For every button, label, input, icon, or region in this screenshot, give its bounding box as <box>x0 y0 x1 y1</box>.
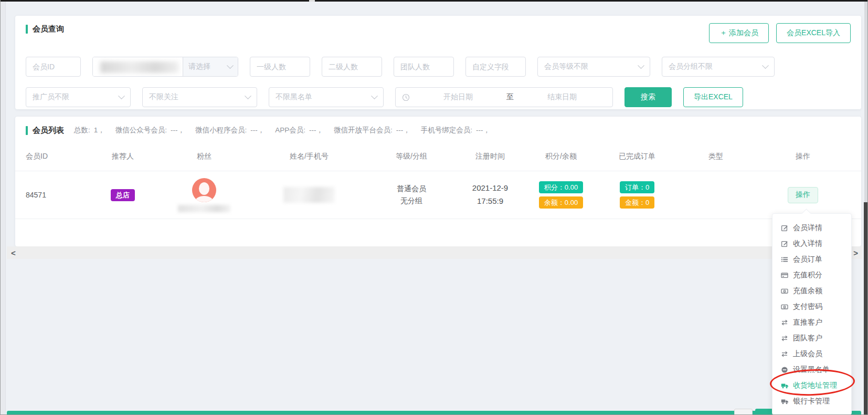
scrollbar-thumb[interactable] <box>864 202 867 415</box>
scroll-right-arrow[interactable]: > <box>853 249 858 257</box>
menu-item-shipping-address-management[interactable]: 收货地址管理 <box>772 378 851 393</box>
truck-icon <box>780 397 789 406</box>
edit-icon <box>780 240 789 248</box>
referrer-badge: 总店 <box>111 189 135 201</box>
keyword-type-select[interactable]: 请选择 <box>183 57 238 76</box>
follow-select[interactable]: 不限关注 <box>142 87 257 107</box>
col-actions: 操作 <box>755 152 851 161</box>
chevron-down-icon <box>371 92 378 99</box>
cell-member-id: 84571 <box>26 191 89 199</box>
balance-badge: 余额：0.00 <box>539 196 583 209</box>
cell-register-time: 17:55:9 <box>477 195 503 208</box>
add-member-button[interactable]: ＋ 添加会员 <box>709 23 769 43</box>
excel-import-button[interactable]: 会员EXCEL导入 <box>776 23 851 43</box>
block-icon <box>780 366 789 374</box>
avatar[interactable] <box>192 178 216 202</box>
chevron-down-icon <box>118 92 125 99</box>
window-top-border <box>1 0 868 2</box>
col-points-balance: 积分/余额 <box>524 152 598 161</box>
keyword-input[interactable] <box>93 57 183 76</box>
chevron-down-icon <box>638 62 644 69</box>
end-date-placeholder: 结束日期 <box>518 92 606 102</box>
amount-badge: 金额：0 <box>620 196 654 209</box>
redacted-name-phone <box>283 187 335 203</box>
menu-item-set-blacklist[interactable]: 设置黑名单 <box>772 362 851 378</box>
member-group-select[interactable]: 会员分组不限 <box>662 57 775 77</box>
menu-item-income-detail[interactable]: 收入详情 <box>772 236 851 252</box>
menu-item-member-orders[interactable]: 会员订单 <box>772 252 851 267</box>
custom-field-input[interactable] <box>465 57 526 77</box>
promoter-select[interactable]: 推广员不限 <box>26 87 131 107</box>
level2-count-input[interactable] <box>322 57 382 77</box>
member-level-select[interactable]: 会员等级不限 <box>537 57 650 77</box>
bottom-teal-bar <box>7 411 861 414</box>
scroll-left-arrow[interactable]: < <box>11 249 16 257</box>
member-id-input[interactable] <box>26 57 81 77</box>
scrollbar-track[interactable] <box>864 0 867 202</box>
cell-register-date: 2021-12-9 <box>472 182 508 195</box>
title-accent-bar <box>26 126 28 135</box>
swap-icon <box>780 318 789 327</box>
table-row: 84571 总店 普通会员 无分组 2021-12-9 17:55:9 积分：0… <box>15 171 861 219</box>
menu-item-direct-customers[interactable]: 直推客户 <box>772 315 851 330</box>
col-name-phone: 姓名/手机号 <box>251 152 367 161</box>
swap-icon <box>780 334 789 343</box>
col-type: 类型 <box>676 152 755 161</box>
member-query-panel: 会员查询 ＋ 添加会员 会员EXCEL导入 请选择 <box>15 16 861 109</box>
menu-item-bank-card-management[interactable]: 银行卡管理 <box>772 393 851 409</box>
query-panel-title: 会员查询 <box>33 24 64 34</box>
action-dropdown-menu: 会员详情 收入详情 会员订单 充值积分 充值余额 支付密码 直推客户 团队客户 <box>772 213 852 415</box>
row-action-button[interactable]: 操作 <box>788 187 818 203</box>
banknote-icon <box>780 303 789 311</box>
cell-group: 无分组 <box>400 195 422 207</box>
app-window: 会员查询 ＋ 添加会员 会员EXCEL导入 请选择 <box>0 0 868 415</box>
menu-item-payment-password[interactable]: 支付密码 <box>772 299 851 315</box>
chevron-down-icon <box>227 62 234 69</box>
swap-icon <box>780 350 789 358</box>
menu-item-recharge-balance[interactable]: 充值余额 <box>772 283 851 299</box>
redacted-keyword-text <box>100 61 179 73</box>
card-icon <box>780 271 789 279</box>
member-stats: 总数:1， 微信公众号会员:---， 微信小程序会员:---， APP会员:--… <box>74 126 490 135</box>
menu-item-recharge-points[interactable]: 充值积分 <box>772 267 851 283</box>
chevron-down-icon <box>245 92 251 99</box>
cell-level: 普通会员 <box>397 183 426 195</box>
blacklist-select[interactable]: 不限黑名单 <box>269 87 384 107</box>
level1-count-input[interactable] <box>250 57 310 77</box>
clipped-cancel-button[interactable] <box>734 409 753 415</box>
clipped-confirm-button[interactable] <box>755 409 774 415</box>
col-register-time: 注册时间 <box>456 152 524 161</box>
left-gutter <box>1 0 6 414</box>
col-completed-orders: 已完成订单 <box>598 152 676 161</box>
list-panel-title: 会员列表 <box>33 126 64 136</box>
search-button[interactable]: 搜索 <box>624 87 672 107</box>
redacted-fan-name <box>178 205 230 212</box>
export-excel-button[interactable]: 导出EXCEL <box>683 87 743 107</box>
date-range-input[interactable]: 开始日期 至 结束日期 <box>395 87 613 107</box>
points-badge: 积分：0.00 <box>539 181 583 193</box>
edit-icon <box>780 224 789 232</box>
orders-badge: 订单：0 <box>620 181 654 193</box>
col-fans: 粉丝 <box>157 152 251 161</box>
banknote-icon <box>780 287 789 295</box>
col-level-group: 等级/分组 <box>367 152 456 161</box>
menu-item-team-customers[interactable]: 团队客户 <box>772 330 851 346</box>
member-list-panel: 会员列表 总数:1， 微信公众号会员:---， 微信小程序会员:---， APP… <box>15 117 861 246</box>
table-header-row: 会员ID 推荐人 粉丝 姓名/手机号 等级/分组 注册时间 积分/余额 已完成订… <box>15 142 861 171</box>
col-member-id: 会员ID <box>26 152 89 161</box>
horizontal-scrollband: < > <box>7 246 862 259</box>
menu-item-member-detail[interactable]: 会员详情 <box>772 220 851 236</box>
chevron-down-icon <box>762 62 769 69</box>
date-separator: 至 <box>506 92 514 102</box>
clock-icon <box>402 94 410 101</box>
start-date-placeholder: 开始日期 <box>414 92 502 102</box>
team-count-input[interactable] <box>394 57 454 77</box>
menu-item-upline-member[interactable]: 上级会员 <box>772 346 851 362</box>
title-accent-bar <box>26 25 28 34</box>
keyword-combo: 请选择 <box>92 57 238 77</box>
col-referrer: 推荐人 <box>89 152 157 161</box>
truck-icon <box>780 381 789 390</box>
list-icon <box>780 255 789 264</box>
